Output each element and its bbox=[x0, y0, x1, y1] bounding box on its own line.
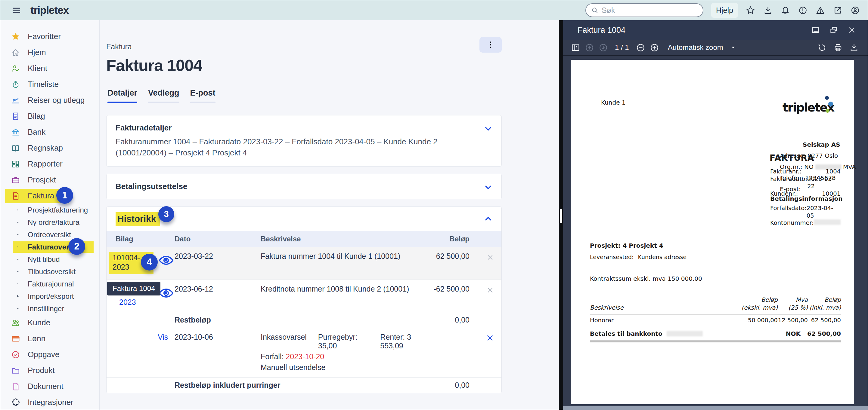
tab-vedlegg[interactable]: Vedlegg bbox=[147, 89, 181, 103]
eye-icon[interactable] bbox=[158, 252, 175, 269]
logo-dot-blue bbox=[828, 102, 833, 106]
sidebar-item-label: Bilag bbox=[28, 111, 45, 121]
sidebar-item-rapporter[interactable]: Rapporter bbox=[0, 156, 99, 172]
caret-down-icon[interactable] bbox=[730, 44, 736, 50]
betalingsutsettelse-title: Betalingsutsettelse bbox=[116, 182, 492, 191]
column-header[interactable]: Beløp bbox=[427, 235, 478, 243]
bilag-link[interactable]: 2023 bbox=[119, 298, 158, 307]
sidebar-item-lønn[interactable]: Lønn bbox=[0, 331, 99, 347]
tab-detaljer[interactable]: Detaljer bbox=[106, 89, 138, 103]
preview-panel: Faktura 1004 1 / 1Automatisk zoom Kunde … bbox=[563, 20, 868, 410]
sidebar-item-bilag[interactable]: Bilag bbox=[0, 108, 99, 124]
search-input[interactable] bbox=[602, 6, 698, 15]
print-icon[interactable] bbox=[833, 43, 843, 52]
sidebar-item-klient[interactable]: Klient bbox=[0, 60, 99, 76]
kebab-menu-button[interactable] bbox=[479, 37, 502, 53]
external-link-icon[interactable] bbox=[833, 6, 842, 15]
sidebar-item-timeliste[interactable]: Timeliste bbox=[0, 76, 99, 92]
pdf-field: Kontonummer: bbox=[770, 219, 841, 227]
sidebar-item-produkt[interactable]: Produkt bbox=[0, 363, 99, 378]
download-tray-icon[interactable] bbox=[763, 6, 773, 15]
circle-plus-icon[interactable] bbox=[650, 43, 659, 52]
column-header[interactable]: Dato bbox=[175, 235, 261, 243]
breadcrumb[interactable]: Faktura bbox=[106, 42, 132, 51]
resizer-handle[interactable] bbox=[560, 209, 562, 223]
chevron-down-icon[interactable] bbox=[483, 124, 493, 133]
close-icon[interactable] bbox=[486, 333, 495, 342]
panel-resizer[interactable] bbox=[559, 20, 563, 410]
sidebar-item-prosjekt[interactable]: Prosjekt bbox=[0, 172, 99, 188]
sidebar-item-kunde[interactable]: Kunde bbox=[0, 315, 99, 331]
circle-up-icon[interactable] bbox=[585, 43, 594, 52]
pdf-invoice-meta: Fakturanr.:1004Fakturadato:2023-03-22Kun… bbox=[770, 168, 841, 198]
app-body: FavoritterHjemKlientTimelisteReiser og u… bbox=[0, 20, 868, 410]
tab-label: Vedlegg bbox=[148, 89, 179, 98]
rotate-icon[interactable] bbox=[817, 43, 827, 52]
chevron-up-icon[interactable] bbox=[483, 214, 493, 224]
bank-icon bbox=[11, 128, 20, 137]
sidebar-subitem-prosjektfakturering[interactable]: Prosjektfakturering bbox=[0, 204, 99, 216]
dock-bottom-icon[interactable] bbox=[811, 26, 820, 35]
vis-link[interactable]: Vis bbox=[158, 333, 168, 341]
betalingsutsettelse-card: Betalingsutsettelse bbox=[106, 174, 502, 199]
sidebar-item-favoritter[interactable]: Favoritter bbox=[0, 29, 99, 44]
sidebar-subitem-innstillinger[interactable]: Innstillinger bbox=[0, 302, 99, 315]
pdf-toolbar-left: 1 / 1Automatisk zoom bbox=[571, 43, 736, 52]
alert-circle-icon[interactable] bbox=[798, 6, 807, 15]
fakturadetaljer-title: Fakturadetaljer bbox=[116, 123, 492, 133]
total-label: Restbeløp bbox=[175, 316, 427, 324]
sidebar-subitem-tilbudsoversikt[interactable]: Tilbudsoversikt bbox=[0, 265, 99, 278]
sidebar-subitem-ordreoversikt[interactable]: Ordreoversikt bbox=[0, 229, 99, 241]
column-header[interactable]: Beskrivelse bbox=[261, 235, 427, 243]
hamburger-menu-icon[interactable] bbox=[12, 5, 21, 15]
sidebar-item-dokument[interactable]: Dokument bbox=[0, 378, 99, 395]
sidebar-item-bank[interactable]: Bank bbox=[0, 124, 99, 140]
close-icon[interactable] bbox=[486, 253, 494, 262]
column-header[interactable]: Bilag bbox=[106, 235, 158, 243]
sidebar-subitem-import-eksport[interactable]: Import/eksport bbox=[0, 290, 99, 302]
warning-triangle-icon[interactable] bbox=[816, 6, 825, 15]
help-button[interactable]: Hjelp bbox=[711, 3, 738, 18]
overdue-date: 2023-10-20 bbox=[286, 352, 324, 361]
download-tray-icon[interactable] bbox=[849, 43, 859, 52]
tab-underline bbox=[190, 102, 216, 103]
sidebar-subitem-label: Ordreoversikt bbox=[28, 231, 71, 239]
sidebar-item-oppgave[interactable]: Oppgave bbox=[0, 347, 99, 363]
chevron-down-icon[interactable] bbox=[483, 182, 493, 192]
sidebar-subitem-nytt-tilbud[interactable]: Nytt tilbud bbox=[0, 253, 99, 265]
search-box[interactable] bbox=[585, 3, 703, 17]
account-icon[interactable] bbox=[850, 6, 860, 15]
sidebar-item-label: Rapporter bbox=[28, 159, 63, 169]
star-outline-icon[interactable] bbox=[746, 6, 755, 15]
task-icon bbox=[11, 350, 20, 359]
sidebar-subitem-fakturaoversikt[interactable]: Fakturaoversikt2 bbox=[0, 241, 99, 253]
circle-down-icon[interactable] bbox=[599, 43, 608, 52]
sidebar-item-hjem[interactable]: Hjem bbox=[0, 44, 99, 60]
app-logo[interactable]: tripletex bbox=[30, 4, 69, 16]
topbar-right: Hjelp bbox=[585, 3, 860, 18]
sidebar-subitem-ny-ordre-faktura[interactable]: Ny ordre/faktura bbox=[0, 216, 99, 229]
horizontal-scrollbar[interactable] bbox=[563, 406, 868, 410]
zoom-select[interactable]: Automatisk zoom bbox=[668, 43, 723, 52]
bell-icon[interactable] bbox=[781, 6, 790, 15]
sidebar-subitem-label: Fakturajournal bbox=[28, 280, 74, 288]
sidebar-item-reiser-og-utlegg[interactable]: Reiser og utlegg bbox=[0, 92, 99, 108]
row-date: 2023-06-12 bbox=[175, 285, 261, 294]
historikk-row: Restbeløp inkludert purringer0,00 bbox=[106, 377, 501, 393]
pdf-payment-meta: Forfallsdato:2023-04-05Kontonummer: bbox=[770, 205, 841, 227]
restore-window-icon[interactable] bbox=[829, 26, 838, 35]
tutorial-badge-1: 1 bbox=[56, 187, 73, 204]
tab-e-post[interactable]: E-post bbox=[189, 89, 217, 103]
sidebar-item-integrasjoner[interactable]: Integrasjoner bbox=[0, 395, 99, 410]
receipt-icon bbox=[11, 112, 20, 121]
sidebar-item-regnskap[interactable]: Regnskap bbox=[0, 140, 99, 156]
circle-minus-icon[interactable] bbox=[636, 43, 645, 52]
fakturadetaljer-card: Fakturadetaljer Fakturanummer 1004 – Fak… bbox=[106, 115, 502, 167]
close-icon[interactable] bbox=[847, 26, 856, 35]
close-icon[interactable] bbox=[486, 286, 494, 294]
pdf-sidebar-icon[interactable] bbox=[571, 43, 580, 52]
sidebar-subitem-fakturajournal[interactable]: Fakturajournal bbox=[0, 278, 99, 290]
window-controls bbox=[811, 26, 856, 35]
pdf-project: Prosjekt: 4 Prosjekt 4 bbox=[590, 242, 663, 249]
sidebar-item-faktura[interactable]: Faktura1 bbox=[0, 188, 99, 204]
